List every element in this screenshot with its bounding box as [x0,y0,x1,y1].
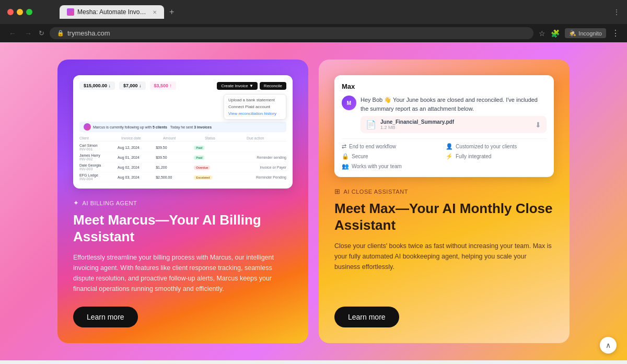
page-content: $15,000.00 ↓ $7,000 ↓ $3,500 ↑ Create In… [0,42,627,360]
table-row: Dale GeorgiaINV-003 Aug 02, 2024 $1,200 … [79,162,286,172]
table-header: Client Invoice date Amount Status Due ac… [79,135,286,142]
chevron-up-icon: ∧ [606,341,611,349]
browser-chrome: Mesha: Automate Invoice Fo... ✕ + ⋮ ← → … [0,0,627,42]
card-max: Max M Hey Bob 👋 Your June books are clos… [319,60,570,343]
stat-3500: $3,500 ↑ [150,81,177,90]
chat-greeting: Hey Bob 👋 Your June books are closed and… [361,96,547,113]
minimize-window-button[interactable] [17,9,23,15]
tab-bar: Mesha: Automate Invoice Fo... ✕ + [52,5,184,19]
marcus-label: ✦ AI BILLING AGENT [73,199,293,207]
create-invoice-btn[interactable]: Create Invoice ▼ [217,82,258,90]
stat-7000: $7,000 ↓ [119,81,146,90]
incognito-badge: 🕵️ Incognito [565,28,606,38]
active-tab[interactable]: Mesha: Automate Invoice Fo... ✕ [60,5,164,19]
marcus-label-icon: ✦ [73,199,79,207]
workflow-icon: ⇄ [342,143,346,150]
integrated-icon: ⚡ [446,153,453,160]
feature-integrated-label: Fully integrated [456,154,491,159]
incognito-label: Incognito [578,30,602,37]
marcus-description: Effortlessly streamline your billing pro… [73,252,293,294]
cards-container: $15,000.00 ↓ $7,000 ↓ $3,500 ↑ Create In… [57,60,570,343]
chat-header: Max [342,83,547,90]
address-bar: ← → ↻ 🔒 trymesha.com ☆ 🧩 🕵️ Incognito ⋮ [0,24,627,42]
lock-icon: 🔒 [57,30,64,37]
window-controls[interactable]: ⋮ [613,8,620,16]
reconcile-btn[interactable]: Reconcile [260,82,286,90]
features-grid: ⇄ End to end workflow 👤 Customized to yo… [342,138,547,170]
forward-button[interactable]: → [23,29,33,38]
tab-favicon [67,8,74,16]
attachment-size: 1.2 MB [380,125,454,130]
tab-title: Mesha: Automate Invoice Fo... [77,8,147,16]
tab-close-button[interactable]: ✕ [153,9,157,15]
feature-workflow-label: End to end workflow [349,144,396,149]
chat-attachment: 📄 June_Financial_Summary.pdf 1.2 MB ⬇ [361,116,547,133]
close-window-button[interactable] [7,9,14,15]
feature-integrated: ⚡ Fully integrated [446,153,547,160]
url-bar[interactable]: 🔒 trymesha.com [50,27,533,39]
marcus-banner: Marcus is currently following up with 5 … [79,122,286,132]
back-button[interactable]: ← [7,29,18,38]
attachment-name: June_Financial_Summary.pdf [380,119,454,125]
feature-team: 👥 Works with your team [342,163,443,170]
marcus-ui-preview: $15,000.00 ↓ $7,000 ↓ $3,500 ↑ Create In… [73,75,293,189]
feature-team-label: Works with your team [352,163,402,169]
url-text: trymesha.com [67,29,110,37]
chat-message: M Hey Bob 👋 Your June books are closed a… [342,96,547,133]
max-description: Close your clients' books twice as fast … [334,241,554,294]
browser-actions: ☆ 🧩 🕵️ Incognito ⋮ [539,28,620,38]
marcus-title: Meet Marcus—Your AI Billing Assistant [73,212,293,244]
clients-icon: 👤 [446,143,453,150]
max-learn-more-button[interactable]: Learn more [334,307,399,327]
feature-secure-label: Secure [352,154,368,159]
action-menu: Upload a bank statement Connect Plaid ac… [224,94,286,120]
marcus-label-text: AI BILLING AGENT [83,200,137,206]
pdf-icon: 📄 [366,120,376,130]
max-label-text: AI CLOSE ASSISTANT [344,189,408,195]
feature-clients-label: Customized to your clients [456,144,517,149]
max-label: ⊞ AI CLOSE ASSISTANT [334,187,554,195]
new-tab-button[interactable]: + [166,5,177,19]
max-avatar: M [342,96,356,110]
bookmark-button[interactable]: ☆ [539,29,545,38]
preview-header: $15,000.00 ↓ $7,000 ↓ $3,500 ↑ Create In… [79,81,286,90]
marcus-avatar [84,123,91,131]
scroll-up-button[interactable]: ∧ [600,337,617,354]
refresh-button[interactable]: ↻ [39,29,44,37]
max-label-icon: ⊞ [334,187,341,195]
marcus-learn-more-button[interactable]: Learn more [73,307,138,327]
download-icon[interactable]: ⬇ [535,121,541,129]
secure-icon: 🔒 [342,153,349,160]
feature-workflow: ⇄ End to end workflow [342,143,443,150]
stat-15000: $15,000.00 ↓ [79,81,115,90]
extensions-button[interactable]: 🧩 [551,29,560,38]
max-chat-preview: Max M Hey Bob 👋 Your June books are clos… [334,75,554,177]
browser-menu-button[interactable]: ⋮ [611,28,620,38]
table-row: EFG LodgeINV-004 Aug 03, 2024 $2,500.00 … [79,172,286,182]
table-row: James HarryINV-002 Aug 01, 2024 $39.50 P… [79,152,286,162]
max-title: Meet Max—Your AI Monthly Close Assistant [334,201,554,233]
traffic-lights [7,9,32,15]
table-row: Carl SimonINV-001 Aug 12, 2024 $39.50 Pa… [79,143,286,152]
card-marcus: $15,000.00 ↓ $7,000 ↓ $3,500 ↑ Create In… [57,60,308,343]
maximize-window-button[interactable] [26,9,32,15]
incognito-icon: 🕵️ [569,30,576,37]
invoices-table: Client Invoice date Amount Status Due ac… [79,135,286,182]
title-bar: Mesha: Automate Invoice Fo... ✕ + ⋮ [0,0,627,24]
team-icon: 👥 [342,163,349,170]
banner-text: Marcus is currently following up with 5 … [93,125,212,129]
feature-secure: 🔒 Secure [342,153,443,160]
feature-clients: 👤 Customized to your clients [446,143,547,150]
